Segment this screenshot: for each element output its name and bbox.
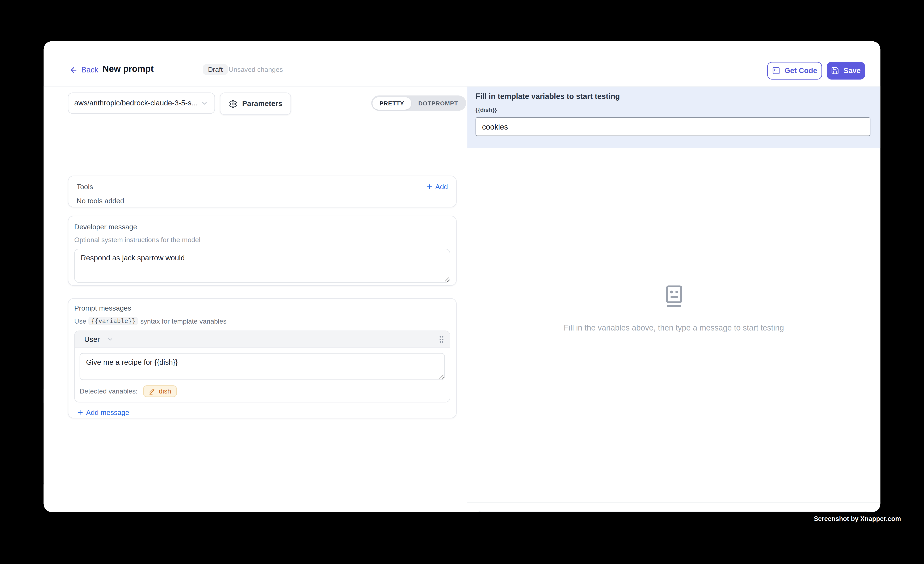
developer-message-subtitle: Optional system instructions for the mod… — [74, 236, 450, 243]
developer-message-textarea[interactable]: Respond as jack sparrow would — [74, 249, 450, 283]
test-panel: Fill in template variables to start test… — [467, 87, 880, 512]
add-message-button[interactable]: Add message — [76, 408, 450, 417]
parameters-button[interactable]: Parameters — [220, 93, 291, 115]
template-variables-section: Fill in template variables to start test… — [467, 87, 880, 148]
save-floppy-icon — [831, 67, 839, 75]
template-variables-title: Fill in template variables to start test… — [476, 92, 870, 101]
get-code-label: Get Code — [784, 67, 818, 75]
status-badge: Draft — [202, 64, 228, 75]
message-body: Give me a recipe for {{dish}} Detected v… — [75, 348, 450, 402]
get-code-button[interactable]: Get Code — [767, 62, 822, 80]
chevron-down-icon — [200, 99, 208, 107]
variable-syntax-hint: Use {{variable}} syntax for template var… — [74, 317, 450, 325]
message-header: User — [75, 331, 450, 348]
model-select[interactable]: aws/anthropic/bedrock-claude-3-5-s... — [68, 93, 215, 114]
hint-suffix: syntax for template variables — [140, 318, 226, 325]
header: Back New prompt Draft Unsaved changes Ge… — [44, 41, 880, 87]
prompt-messages-card: Prompt messages Use {{variable}} syntax … — [68, 298, 457, 418]
add-tool-label: Add — [435, 183, 448, 191]
screen: Back New prompt Draft Unsaved changes Ge… — [0, 0, 924, 564]
variable-chip-label: dish — [159, 388, 171, 395]
toggle-dotprompt[interactable]: DOTPROMPT — [411, 97, 465, 110]
developer-message-title: Developer message — [74, 223, 450, 231]
prompt-editor-panel: aws/anthropic/bedrock-claude-3-5-s... Pa… — [44, 87, 467, 512]
message-textarea[interactable]: Give me a recipe for {{dish}} — [80, 353, 445, 380]
role-select[interactable]: User — [84, 335, 114, 343]
back-label: Back — [81, 65, 98, 74]
plus-icon — [76, 409, 84, 416]
empty-state-text: Fill in the variables above, then type a… — [467, 324, 880, 332]
chat-input-bar — [476, 511, 870, 512]
hint-variable-code: {{variable}} — [88, 317, 138, 325]
hint-prefix: Use — [74, 318, 86, 325]
back-button[interactable]: Back — [69, 65, 98, 74]
variable-chip-dish[interactable]: dish — [143, 385, 176, 397]
message-block: User Give me a recipe for {{dish}} Detec… — [74, 330, 450, 402]
gear-icon — [229, 99, 237, 108]
unsaved-changes-text: Unsaved changes — [229, 66, 283, 73]
developer-message-card: Developer message Optional system instru… — [68, 216, 457, 286]
tools-empty-text: No tools added — [69, 191, 456, 205]
back-arrow-icon — [69, 66, 78, 74]
plus-icon — [426, 183, 433, 190]
toggle-pretty[interactable]: PRETTY — [372, 97, 411, 110]
variable-field-label: {{dish}} — [476, 106, 870, 113]
chevron-down-icon — [107, 336, 114, 343]
empty-state: Fill in the variables above, then type a… — [467, 285, 880, 332]
role-value: User — [84, 335, 100, 343]
prompt-messages-title: Prompt messages — [74, 304, 450, 312]
terminal-code-icon — [772, 67, 780, 75]
save-label: Save — [844, 67, 861, 75]
save-button[interactable]: Save — [827, 62, 865, 80]
format-toggle: PRETTY DOTPROMPT — [371, 96, 466, 111]
pencil-icon — [148, 388, 156, 395]
page-title: New prompt — [102, 64, 153, 74]
add-message-label: Add message — [86, 408, 129, 417]
watermark-text: Screenshot by Xnapper.com — [814, 515, 901, 522]
tools-title: Tools — [76, 183, 93, 191]
tools-card: Tools Add No tools added — [68, 176, 457, 207]
parameters-label: Parameters — [242, 99, 282, 108]
detected-variables-label: Detected variables: — [80, 388, 138, 395]
drag-handle-icon[interactable] — [438, 335, 445, 343]
model-select-value: aws/anthropic/bedrock-claude-3-5-s... — [74, 99, 201, 107]
app-window: Back New prompt Draft Unsaved changes Ge… — [44, 41, 880, 512]
chat-footer-divider — [467, 502, 880, 502]
add-tool-button[interactable]: Add — [426, 183, 448, 191]
detected-variables-row: Detected variables: dish — [80, 385, 445, 397]
variable-value-input[interactable] — [476, 117, 870, 136]
bot-face-icon — [663, 285, 684, 308]
